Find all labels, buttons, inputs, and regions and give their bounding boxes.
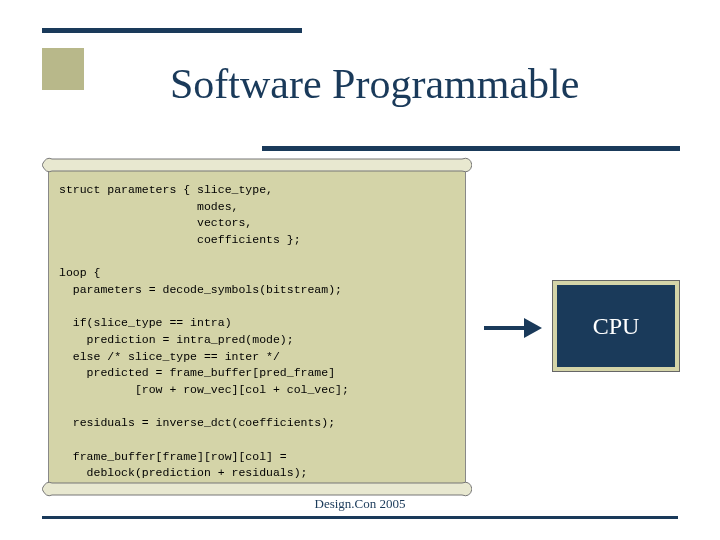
scroll-curl-top <box>42 156 472 174</box>
arrow-icon <box>484 318 544 338</box>
decor-accent-square <box>42 48 84 90</box>
decor-mid-bar <box>262 146 680 151</box>
code-scroll: struct parameters { slice_type, modes, v… <box>42 160 472 494</box>
code-block: struct parameters { slice_type, modes, v… <box>48 170 466 484</box>
footer-text: Design.Con 2005 <box>0 496 720 512</box>
cpu-label: CPU <box>593 313 640 340</box>
slide-title: Software Programmable <box>170 60 579 108</box>
decor-bottom-bar <box>42 516 678 519</box>
decor-top-bar <box>42 28 302 33</box>
cpu-box: CPU <box>552 280 680 372</box>
